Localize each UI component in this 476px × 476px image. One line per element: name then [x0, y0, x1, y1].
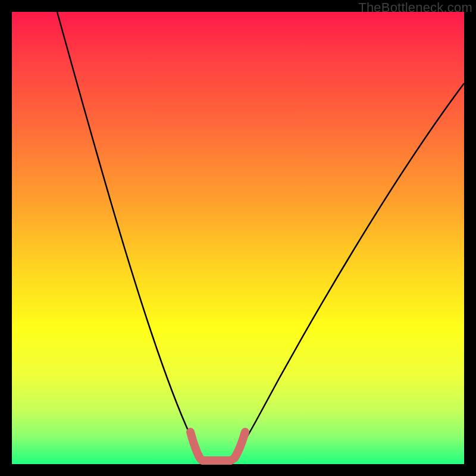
chart-svg: [12, 12, 464, 464]
bottleneck-curve-line: [57, 12, 464, 459]
optimum-marker: [190, 432, 245, 461]
watermark-text: TheBottleneck.com: [358, 0, 472, 15]
chart-area: [12, 12, 464, 464]
